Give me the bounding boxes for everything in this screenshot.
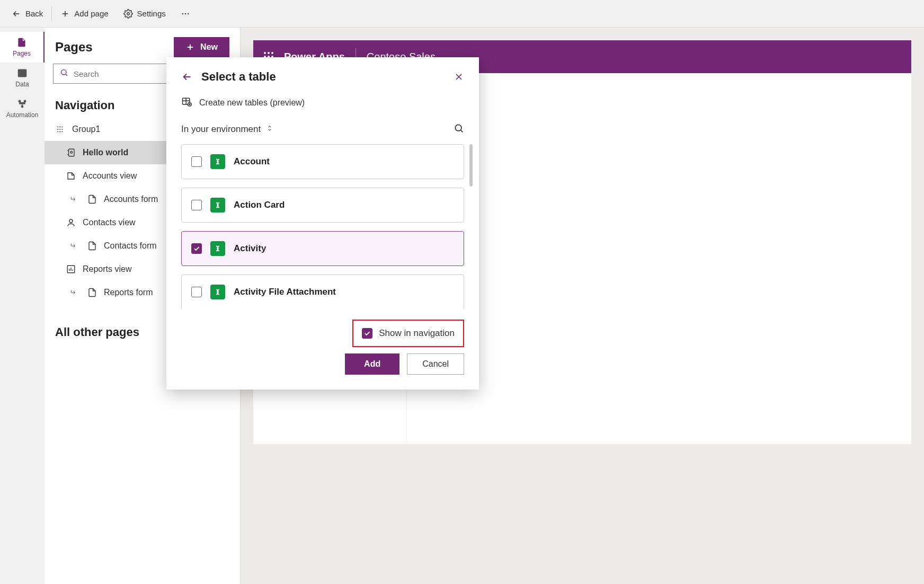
- table-name: Activity: [234, 243, 266, 254]
- nav-label: Contacts view: [83, 218, 136, 227]
- checkbox[interactable]: [191, 243, 202, 254]
- rail-item-pages[interactable]: Pages: [0, 32, 45, 63]
- svg-point-0: [127, 12, 129, 15]
- table-card-action-card[interactable]: Action Card: [181, 188, 464, 223]
- toolbar-divider: [51, 6, 52, 21]
- search-icon: [60, 68, 68, 79]
- svg-point-10: [70, 151, 73, 153]
- table-card-activity[interactable]: Activity: [181, 231, 464, 266]
- new-label: New: [200, 42, 218, 52]
- svg-point-11: [69, 219, 73, 223]
- sub-arrow-icon: [69, 288, 78, 297]
- top-toolbar: Back Add page Settings: [0, 0, 924, 28]
- back-button[interactable]: Back: [4, 5, 50, 23]
- env-label-text: In your environment: [181, 124, 261, 135]
- show-nav-label: Show in navigation: [379, 328, 455, 339]
- more-button[interactable]: [173, 5, 198, 23]
- svg-point-15: [455, 125, 461, 131]
- rail-label: Automation: [6, 111, 39, 119]
- page-icon: [16, 37, 27, 48]
- dataverse-icon: [210, 285, 225, 299]
- person-icon: [66, 217, 76, 228]
- dataverse-icon: [210, 154, 225, 169]
- gear-icon: [123, 9, 133, 19]
- sub-arrow-icon: [69, 194, 78, 204]
- svg-point-3: [188, 13, 189, 14]
- svg-point-2: [185, 13, 186, 14]
- form-icon: [87, 287, 97, 298]
- cancel-button[interactable]: Cancel: [407, 353, 464, 375]
- sub-arrow-icon: [69, 241, 78, 251]
- nav-label: Reports view: [83, 264, 131, 274]
- rail-label: Pages: [13, 50, 31, 57]
- show-in-navigation-row[interactable]: Show in navigation: [352, 320, 464, 347]
- svg-point-7: [21, 105, 23, 107]
- table-card-activity-file-attachment[interactable]: Activity File Attachment: [181, 275, 464, 309]
- environment-selector[interactable]: In your environment: [181, 124, 273, 135]
- dialog-back-button[interactable]: [181, 71, 193, 83]
- table-name: Activity File Attachment: [234, 287, 336, 297]
- svg-point-6: [24, 100, 25, 102]
- create-new-tables-link[interactable]: Create new tables (preview): [166, 91, 479, 119]
- table-list: Account Action Card Activity Activity Fi…: [166, 144, 479, 320]
- nav-label: Reports form: [104, 288, 153, 297]
- settings-button[interactable]: Settings: [116, 5, 173, 23]
- dataverse-icon: [210, 241, 225, 256]
- add-page-button[interactable]: Add page: [53, 5, 116, 23]
- create-new-label: Create new tables (preview): [199, 98, 305, 108]
- new-button[interactable]: New: [174, 37, 229, 57]
- nav-label: Accounts form: [104, 194, 158, 204]
- form-icon: [87, 241, 97, 251]
- add-page-label: Add page: [74, 9, 108, 18]
- dialog-close-button[interactable]: [454, 72, 464, 82]
- checkbox[interactable]: [191, 200, 202, 210]
- view-icon: [66, 171, 76, 181]
- chart-icon: [66, 264, 76, 275]
- group-icon: [55, 124, 66, 135]
- settings-label: Settings: [137, 9, 166, 18]
- scrollbar[interactable]: [469, 144, 473, 187]
- table-plus-icon: [181, 96, 192, 109]
- rail-label: Data: [15, 81, 29, 88]
- svg-rect-9: [69, 149, 75, 156]
- panel-title: Pages: [55, 40, 93, 55]
- table-icon: [17, 68, 28, 78]
- table-name: Account: [234, 156, 270, 167]
- nav-label: Group1: [72, 125, 100, 134]
- checkbox[interactable]: [191, 287, 202, 297]
- dialog-title: Select a table: [201, 70, 445, 84]
- rail-item-data[interactable]: Data: [0, 63, 45, 93]
- flow-icon: [17, 99, 28, 109]
- back-label: Back: [25, 9, 43, 18]
- svg-point-8: [61, 70, 66, 75]
- table-card-account[interactable]: Account: [181, 144, 464, 179]
- plus-icon: [60, 9, 70, 19]
- add-button[interactable]: Add: [345, 353, 399, 375]
- arrow-left-icon: [12, 9, 21, 19]
- svg-point-5: [19, 100, 20, 102]
- checkbox[interactable]: [191, 156, 202, 167]
- svg-point-1: [182, 13, 183, 14]
- dialog-search-button[interactable]: [454, 123, 464, 136]
- rail-item-automation[interactable]: Automation: [0, 93, 45, 124]
- form-icon: [87, 194, 97, 205]
- nav-label: Accounts view: [83, 171, 137, 181]
- svg-rect-4: [19, 69, 26, 76]
- ellipsis-icon: [181, 9, 190, 19]
- dataverse-icon: [210, 198, 225, 213]
- nav-label: Hello world: [83, 148, 128, 157]
- custom-page-icon: [66, 147, 76, 158]
- sort-icon: [266, 124, 273, 135]
- show-nav-checkbox[interactable]: [362, 328, 372, 339]
- select-table-dialog: Select a table Create new tables (previe…: [166, 57, 479, 390]
- table-name: Action Card: [234, 200, 285, 210]
- nav-label: Contacts form: [104, 241, 157, 251]
- left-rail: Pages Data Automation: [0, 28, 45, 584]
